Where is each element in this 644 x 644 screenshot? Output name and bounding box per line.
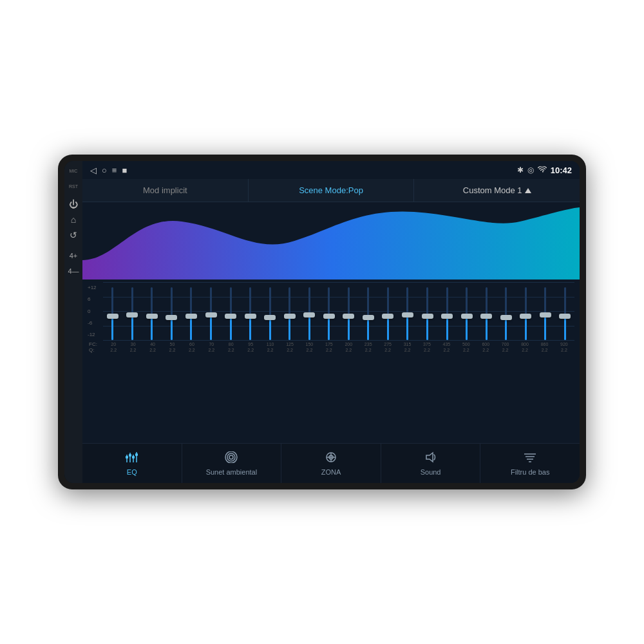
slider-track-500[interactable]	[466, 287, 468, 340]
slider-track-70[interactable]	[210, 287, 212, 340]
slider-thumb-235[interactable]	[363, 315, 374, 320]
q-val-800: 2.2	[516, 348, 534, 352]
slider-thumb-125[interactable]	[284, 314, 296, 319]
power-button[interactable]: ⏻	[68, 198, 79, 210]
slider-track-600[interactable]	[486, 287, 488, 340]
slider-track-235[interactable]	[367, 287, 369, 340]
slider-track-435[interactable]	[446, 287, 448, 340]
slider-fill-275	[387, 316, 389, 340]
slider-track-150[interactable]	[308, 287, 310, 340]
slider-col-315[interactable]	[398, 287, 417, 340]
slider-track-50[interactable]	[171, 287, 173, 340]
slider-thumb-175[interactable]	[323, 314, 335, 319]
slider-col-70[interactable]	[202, 287, 221, 340]
slider-track-30[interactable]	[131, 287, 133, 340]
slider-col-800[interactable]	[516, 287, 535, 340]
slider-thumb-860[interactable]	[540, 312, 551, 317]
slider-fill-200	[348, 316, 350, 340]
vol-down-button[interactable]: 4—	[68, 265, 79, 277]
slider-thumb-50[interactable]	[166, 315, 177, 320]
slider-thumb-375[interactable]	[422, 314, 433, 319]
slider-thumb-95[interactable]	[245, 314, 256, 319]
slider-col-275[interactable]	[379, 287, 398, 340]
slider-track-175[interactable]	[328, 287, 330, 340]
slider-col-175[interactable]	[319, 287, 339, 340]
slider-col-125[interactable]	[280, 287, 299, 340]
slider-col-30[interactable]	[123, 287, 142, 340]
nav-item-ambient[interactable]: Sunet ambiental	[182, 444, 282, 483]
fc-prefix: FC:	[89, 341, 103, 347]
vol-up-button[interactable]: 4+	[68, 250, 79, 261]
slider-col-150[interactable]	[299, 287, 319, 340]
nav-item-zona[interactable]: ZONA	[281, 444, 381, 483]
slider-track-95[interactable]	[249, 287, 251, 340]
fc-val-125: 125	[281, 342, 299, 346]
slider-track-80[interactable]	[230, 287, 232, 340]
nav-item-eq[interactable]: EQ	[82, 444, 182, 483]
slider-track-200[interactable]	[348, 287, 350, 340]
slider-track-800[interactable]	[525, 287, 527, 340]
slider-thumb-700[interactable]	[500, 315, 512, 320]
slider-thumb-150[interactable]	[303, 312, 315, 317]
slider-col-80[interactable]	[221, 287, 240, 340]
fc-val-700: 700	[496, 342, 514, 346]
slider-col-920[interactable]	[556, 287, 575, 340]
slider-thumb-70[interactable]	[205, 312, 217, 317]
slider-col-600[interactable]	[477, 287, 496, 340]
slider-col-60[interactable]	[182, 287, 201, 340]
slider-track-110[interactable]	[269, 287, 271, 340]
mode-tab-custom[interactable]: Custom Mode 1	[414, 179, 580, 202]
slider-col-20[interactable]	[103, 287, 122, 340]
slider-track-40[interactable]	[151, 287, 153, 340]
slider-col-500[interactable]	[457, 287, 477, 340]
nav-item-bass[interactable]: Filtru de bas	[480, 444, 580, 483]
slider-col-200[interactable]	[339, 287, 359, 340]
slider-thumb-20[interactable]	[107, 314, 118, 319]
q-val-95: 2.2	[242, 348, 260, 352]
slider-fill-435	[446, 316, 448, 340]
slider-thumb-315[interactable]	[402, 312, 413, 317]
slider-track-920[interactable]	[564, 287, 566, 340]
nav-circle-button[interactable]: ○	[102, 166, 107, 175]
slider-thumb-435[interactable]	[441, 314, 453, 319]
slider-track-275[interactable]	[387, 287, 389, 340]
nav-menu-button[interactable]: ≡	[112, 166, 117, 175]
slider-col-435[interactable]	[437, 287, 457, 340]
slider-thumb-500[interactable]	[461, 314, 473, 319]
slider-col-95[interactable]	[241, 287, 260, 340]
slider-thumb-275[interactable]	[382, 314, 393, 319]
slider-col-40[interactable]	[142, 287, 162, 340]
slider-col-860[interactable]	[536, 287, 555, 340]
home-button[interactable]: ⌂	[68, 214, 79, 225]
slider-track-20[interactable]	[111, 287, 113, 340]
fc-val-375: 375	[418, 342, 436, 346]
bottom-nav: EQ Sunet ambiental	[82, 443, 580, 483]
slider-thumb-800[interactable]	[520, 314, 531, 319]
slider-col-110[interactable]	[260, 287, 279, 340]
slider-track-700[interactable]	[505, 287, 507, 340]
slider-track-375[interactable]	[426, 287, 428, 340]
slider-thumb-80[interactable]	[225, 314, 236, 319]
slider-thumb-40[interactable]	[146, 314, 158, 319]
slider-thumb-30[interactable]	[126, 312, 138, 317]
slider-thumb-60[interactable]	[185, 314, 197, 319]
back-button[interactable]: ↺	[68, 229, 79, 241]
slider-track-60[interactable]	[190, 287, 192, 340]
mode-tab-scene[interactable]: Scene Mode:Pop	[249, 179, 415, 202]
slider-col-235[interactable]	[359, 287, 378, 340]
slider-thumb-600[interactable]	[480, 314, 492, 319]
slider-track-860[interactable]	[544, 287, 546, 340]
nav-item-sound[interactable]: Sound	[381, 444, 481, 483]
slider-thumb-200[interactable]	[343, 314, 354, 319]
mode-tab-default[interactable]: Mod implicit	[82, 179, 249, 202]
slider-thumb-110[interactable]	[264, 315, 276, 320]
slider-thumb-920[interactable]	[559, 314, 571, 319]
nav-square-button[interactable]: ■	[122, 166, 127, 175]
slider-track-315[interactable]	[406, 287, 408, 340]
nav-back-button[interactable]: ◁	[90, 166, 97, 175]
slider-col-375[interactable]	[418, 287, 437, 340]
slider-col-50[interactable]	[162, 287, 182, 340]
slider-track-125[interactable]	[289, 287, 290, 340]
wifi-icon	[538, 166, 547, 175]
slider-col-700[interactable]	[497, 287, 516, 340]
